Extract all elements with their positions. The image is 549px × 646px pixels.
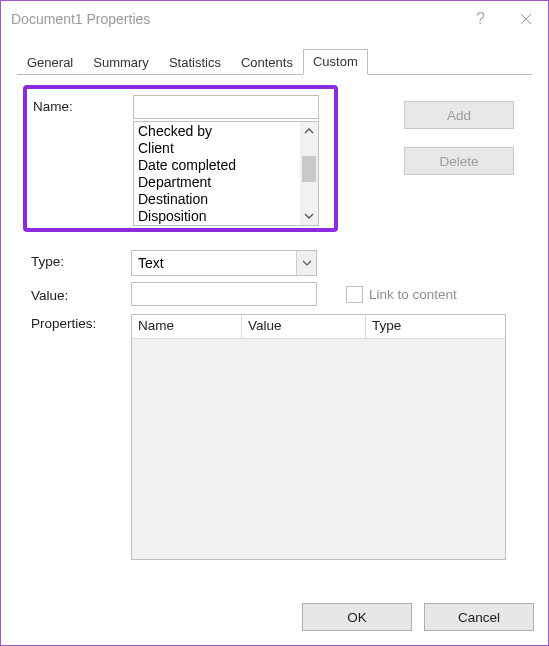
link-wrap: Link to content (326, 286, 518, 303)
name-row: Name: Checked by Client Date completed D… (31, 93, 518, 240)
name-field-col: Checked by Client Date completed Departm… (133, 95, 328, 226)
list-item[interactable]: Client (138, 140, 318, 157)
link-to-content-label: Link to content (369, 287, 457, 302)
help-icon: ? (476, 10, 485, 28)
name-highlight: Name: Checked by Client Date completed D… (23, 85, 338, 232)
add-button[interactable]: Add (404, 101, 514, 129)
help-button[interactable]: ? (458, 1, 503, 37)
type-label: Type: (31, 250, 131, 269)
tab-statistics[interactable]: Statistics (159, 50, 231, 75)
dialog-footer: OK Cancel (302, 603, 534, 631)
delete-button[interactable]: Delete (404, 147, 514, 175)
properties-dialog: Document1 Properties ? General Summary S… (0, 0, 549, 646)
name-suggestion-items: Checked by Client Date completed Departm… (134, 122, 318, 225)
tabstrip: General Summary Statistics Contents Cust… (17, 49, 532, 75)
type-field-col: Text (131, 250, 326, 276)
scrollbar[interactable] (300, 122, 318, 225)
list-item[interactable]: Checked by (138, 123, 318, 140)
close-button[interactable] (503, 1, 548, 37)
dialog-content: General Summary Statistics Contents Cust… (1, 37, 548, 585)
cancel-button[interactable]: Cancel (424, 603, 534, 631)
type-row: Type: Text (31, 250, 518, 276)
table-body (132, 339, 505, 559)
list-item[interactable]: Department (138, 174, 318, 191)
scroll-up-icon[interactable] (300, 122, 318, 140)
type-select-value: Text (132, 255, 164, 271)
side-buttons: Add Delete (332, 93, 518, 175)
properties-table[interactable]: Name Value Type (131, 314, 506, 560)
list-item[interactable]: Destination (138, 191, 318, 208)
col-spacer (489, 315, 505, 339)
value-row: Value: Link to content (31, 282, 518, 306)
ok-button[interactable]: OK (302, 603, 412, 631)
tabpanel-custom: Name: Checked by Client Date completed D… (17, 75, 532, 585)
type-select[interactable]: Text (131, 250, 317, 276)
tab-custom[interactable]: Custom (303, 49, 368, 75)
col-value[interactable]: Value (242, 315, 366, 339)
value-input[interactable] (131, 282, 317, 306)
col-name[interactable]: Name (132, 315, 242, 339)
scroll-thumb[interactable] (302, 156, 316, 182)
chevron-down-icon (296, 251, 316, 275)
tab-contents[interactable]: Contents (231, 50, 303, 75)
link-to-content-checkbox[interactable] (346, 286, 363, 303)
properties-label: Properties: (31, 312, 131, 331)
tab-summary[interactable]: Summary (83, 50, 159, 75)
name-label: Name: (33, 95, 133, 226)
properties-table-wrap: Name Value Type (131, 312, 506, 560)
properties-row: Properties: Name Value Type (31, 312, 518, 560)
window-title: Document1 Properties (11, 11, 458, 27)
tab-general[interactable]: General (17, 50, 83, 75)
table-header: Name Value Type (132, 315, 505, 339)
name-suggestion-list[interactable]: Checked by Client Date completed Departm… (133, 121, 319, 226)
scroll-down-icon[interactable] (300, 207, 318, 225)
col-type[interactable]: Type (366, 315, 489, 339)
titlebar: Document1 Properties ? (1, 1, 548, 37)
list-item[interactable]: Disposition (138, 208, 318, 225)
close-icon (520, 13, 532, 25)
value-label: Value: (31, 286, 131, 303)
value-field-col (131, 282, 326, 306)
list-item[interactable]: Date completed (138, 157, 318, 174)
name-input[interactable] (133, 95, 319, 119)
